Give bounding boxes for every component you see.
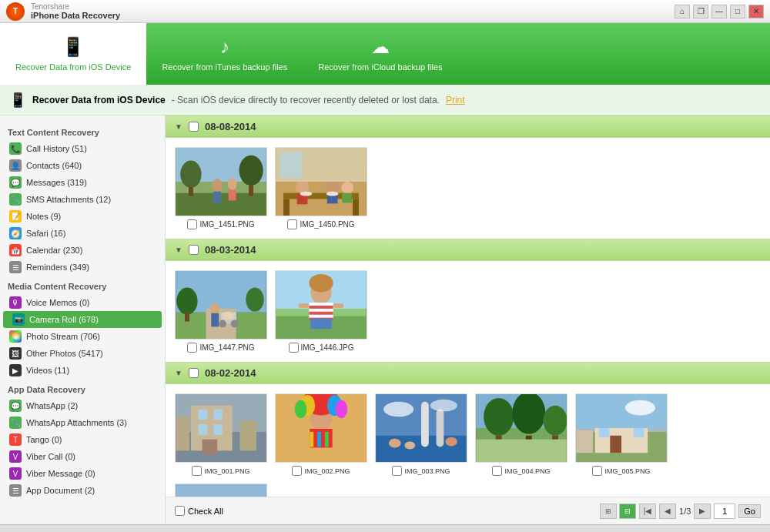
app-brand: Tenorshare — [31, 2, 120, 11]
date-group-1-checkbox[interactable] — [189, 122, 199, 132]
photo-item-img1451[interactable]: IMG_1451.PNG — [175, 147, 267, 229]
svg-rect-74 — [421, 402, 429, 447]
svg-rect-49 — [299, 303, 310, 308]
sidebar-item-call-history[interactable]: 📞 Call History (51) — [0, 140, 165, 157]
app-logo: T — [6, 2, 25, 21]
main-panel: ▼ 08-08-2014 — [166, 115, 770, 524]
photo-scroll[interactable]: ▼ 08-08-2014 — [166, 115, 770, 497]
message-icon: 💬 — [9, 176, 22, 189]
date-group-2: ▼ 08-03-2014 — [166, 239, 770, 362]
date-group-2-checkbox[interactable] — [189, 245, 199, 255]
grid-small-btn[interactable]: ⊞ — [600, 504, 617, 519]
svg-rect-60 — [239, 420, 256, 450]
sidebar-item-camera-roll[interactable]: 📷 Camera Roll (678) — [3, 311, 162, 328]
date-group-3-checkbox[interactable] — [189, 368, 199, 378]
section-title-text: Text Content Recovery — [0, 122, 165, 140]
phone-icon: 📱 — [62, 36, 85, 58]
sidebar-item-photo-stream[interactable]: 🌅 Photo Stream (706) — [0, 328, 165, 345]
check-all[interactable]: Check All — [175, 506, 223, 516]
svg-point-48 — [309, 274, 333, 292]
svg-rect-97 — [576, 430, 593, 453]
sidebar-item-other-photos[interactable]: 🖼 Other Photos (5417) — [0, 345, 165, 362]
svg-rect-47 — [310, 319, 331, 330]
bottom-bar: ← Home ↺ Recover — [0, 524, 770, 532]
whatsapp-attach-icon: 📎 — [9, 417, 22, 429]
check-all-checkbox[interactable] — [175, 506, 185, 516]
sidebar-item-viber-message[interactable]: V Viber Message (0) — [0, 465, 165, 482]
tab-itunes-backup[interactable]: ♪ Recover from iTunes backup files — [146, 23, 303, 85]
collapse-arrow-3[interactable]: ▼ — [175, 369, 182, 377]
restore-window-btn[interactable]: ❐ — [693, 5, 708, 18]
sidebar-item-notes[interactable]: 📝 Notes (9) — [0, 208, 165, 225]
photo-item-house[interactable]: IMG_005.PNG — [575, 393, 668, 476]
sidebar-item-messages[interactable]: 💬 Messages (319) — [0, 174, 165, 191]
sidebar-item-whatsapp[interactable]: 💬 WhatsApp (2) — [0, 397, 165, 414]
photo-item-waterpark[interactable]: IMG_003.PNG — [375, 393, 467, 476]
sidebar-item-sms-attachments[interactable]: 📎 SMS Attachments (12) — [0, 191, 165, 208]
photo-item-carnival[interactable]: IMG_002.PNG — [275, 393, 367, 476]
sidebar-item-tango[interactable]: T Tango (0) — [0, 431, 165, 448]
prev-page-btn[interactable]: ◀ — [659, 504, 676, 519]
go-btn[interactable]: Go — [738, 504, 761, 518]
tab-ios-device[interactable]: 📱 Recover Data from iOS Device — [0, 23, 146, 85]
photo-item-trees[interactable]: IMG_004.PNG — [475, 393, 567, 476]
maximize-btn[interactable]: □ — [730, 5, 745, 18]
photo-check-img1447[interactable] — [187, 343, 197, 353]
first-page-btn[interactable]: |◀ — [639, 504, 656, 519]
grid-large-btn[interactable]: ⊟ — [619, 504, 636, 519]
sidebar-item-viber-call[interactable]: V Viber Call (0) — [0, 448, 165, 465]
sidebar-item-safari[interactable]: 🧭 Safari (16) — [0, 225, 165, 242]
sidebar-item-contacts[interactable]: 👤 Contacts (640) — [0, 157, 165, 174]
photo-item-img1450[interactable]: IMG_1450.PNG — [275, 147, 367, 229]
svg-rect-56 — [199, 424, 208, 435]
sidebar-item-voice-memos[interactable]: 🎙 Voice Memos (0) — [0, 294, 165, 311]
date-group-1: ▼ 08-08-2014 — [166, 115, 770, 239]
svg-point-37 — [231, 320, 239, 328]
photo-thumb-road — [175, 483, 267, 497]
print-link[interactable]: Print — [446, 95, 465, 105]
photo-item-road[interactable]: IMG_006.PNG — [175, 483, 267, 497]
photo-check-img1446[interactable] — [289, 343, 299, 353]
page-input[interactable] — [714, 504, 735, 519]
page-info: 1/3 — [679, 507, 691, 516]
sidebar-item-app-document[interactable]: ☰ App Document (2) — [0, 482, 165, 499]
date-label-2: 08-03-2014 — [205, 244, 256, 256]
home-window-btn[interactable]: ⌂ — [675, 5, 690, 18]
photo-check-img1451[interactable] — [187, 219, 197, 229]
video-icon: ▶ — [9, 364, 22, 376]
content-area: Text Content Recovery 📞 Call History (51… — [0, 115, 770, 524]
photo-thumb-building — [175, 393, 267, 463]
tab-icloud-backup[interactable]: ☁ Recover from iCloud backup files — [303, 23, 457, 85]
sidebar-item-videos[interactable]: ▶ Videos (11) — [0, 362, 165, 379]
next-page-btn[interactable]: ▶ — [694, 504, 711, 519]
sidebar-item-reminders[interactable]: ☰ Reminders (349) — [0, 259, 165, 276]
sidebar-item-calendar[interactable]: 📅 Calendar (230) — [0, 242, 165, 259]
photo-thumb-img1446 — [275, 270, 367, 340]
svg-rect-71 — [325, 432, 329, 447]
photo-item-building[interactable]: IMG_001.PNG — [175, 393, 267, 476]
doc-icon: ☰ — [9, 484, 22, 497]
collapse-arrow-1[interactable]: ▼ — [175, 122, 182, 131]
photo-item-img1447[interactable]: IMG_1447.PNG — [175, 270, 267, 353]
photo-name-waterpark: IMG_003.PNG — [392, 466, 450, 476]
photos-grid-3: IMG_001.PNG — [166, 384, 770, 497]
note-icon: 📝 — [9, 210, 22, 223]
sidebar-item-whatsapp-attachments[interactable]: 📎 WhatsApp Attachments (3) — [0, 414, 165, 431]
page-controls: ⊞ ⊟ |◀ ◀ 1/3 ▶ Go — [600, 504, 761, 519]
close-btn[interactable]: ✕ — [748, 5, 764, 18]
subheader: 📱 Recover Data from iOS Device - Scan iO… — [0, 85, 770, 115]
svg-rect-44 — [309, 306, 333, 309]
tab-itunes-label: Recover from iTunes backup files — [162, 62, 287, 72]
photo-check-img1450[interactable] — [287, 219, 297, 229]
subheader-description: - Scan iOS device directly to recover re… — [172, 95, 440, 105]
sidebar: Text Content Recovery 📞 Call History (51… — [0, 115, 166, 524]
device-icon: 📱 — [9, 92, 26, 109]
svg-rect-96 — [634, 428, 644, 437]
svg-point-80 — [430, 400, 457, 412]
collapse-arrow-2[interactable]: ▼ — [175, 246, 182, 254]
svg-point-79 — [383, 402, 413, 417]
svg-point-20 — [341, 182, 353, 194]
minimize-btn[interactable]: — — [711, 5, 727, 18]
photo-item-img1446[interactable]: IMG_1446.JPG — [275, 270, 367, 353]
person-icon: 👤 — [9, 159, 22, 172]
